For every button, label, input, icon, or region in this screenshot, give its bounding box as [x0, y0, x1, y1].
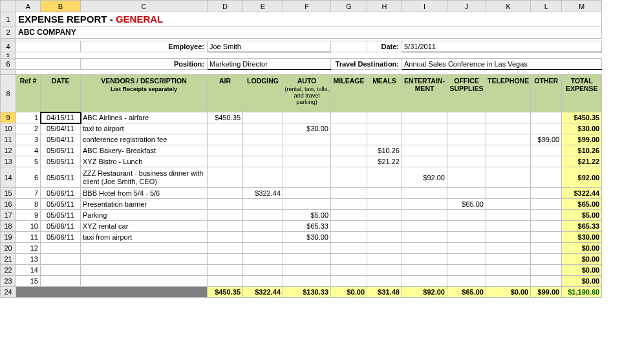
field-position[interactable]: Marketing Director [208, 59, 331, 70]
row-header-5[interactable]: 5 [1, 52, 16, 59]
col-header-M[interactable]: M [562, 1, 602, 12]
total-lodging[interactable]: $322.44 [243, 287, 283, 298]
col-header-B[interactable]: B [41, 1, 81, 12]
cell-total-row19[interactable]: $30.00 [562, 232, 602, 243]
cell-air-row22[interactable] [208, 265, 243, 276]
cell-auto-row19[interactable]: $30.00 [283, 232, 331, 243]
cell-vendor-row23[interactable] [81, 276, 208, 287]
cell-ref-row19[interactable]: 11 [16, 232, 41, 243]
cell-ref-row15[interactable]: 7 [16, 188, 41, 199]
cell-mileage-row9[interactable] [331, 112, 367, 123]
cell-ref-row12[interactable]: 4 [16, 145, 41, 156]
cell-entertain-row22[interactable] [402, 265, 447, 276]
total-other[interactable]: $99.00 [531, 287, 562, 298]
cell-other-row23[interactable] [531, 276, 562, 287]
cell-air-row18[interactable] [208, 221, 243, 232]
cell-air-row9[interactable]: $450.35 [208, 112, 243, 123]
cell-mileage-row19[interactable] [331, 232, 367, 243]
cell-date-row20[interactable] [41, 243, 81, 254]
cell-vendor-row21[interactable] [81, 254, 208, 265]
cell-total-row15[interactable]: $322.44 [562, 188, 602, 199]
cell-air-row11[interactable] [208, 134, 243, 145]
row-header-10[interactable]: 10 [1, 123, 16, 134]
row-header-8[interactable]: 8 [1, 75, 16, 112]
cell-lodging-row19[interactable] [243, 232, 283, 243]
cell-ref-row10[interactable]: 2 [16, 123, 41, 134]
row-header-14[interactable]: 14 [1, 167, 16, 188]
cell-entertain-row16[interactable] [402, 199, 447, 210]
cell-vendor-row15[interactable]: BBB Hotel from 5/4 - 5/6 [81, 188, 208, 199]
cell-telephone-row10[interactable] [486, 123, 531, 134]
cell-date-row22[interactable] [41, 265, 81, 276]
cell-other-row12[interactable] [531, 145, 562, 156]
company-cell[interactable]: ABC COMPANY [16, 26, 602, 39]
cell-total-row21[interactable]: $0.00 [562, 254, 602, 265]
cell-ref-row16[interactable]: 8 [16, 199, 41, 210]
cell-lodging-row14[interactable] [243, 167, 283, 188]
total-office[interactable]: $65.00 [447, 287, 486, 298]
cell-meals-row11[interactable] [367, 134, 402, 145]
cell-telephone-row21[interactable] [486, 254, 531, 265]
cell-lodging-row11[interactable] [243, 134, 283, 145]
th-date[interactable]: DATE [41, 75, 81, 112]
row-header-23[interactable]: 23 [1, 276, 16, 287]
cell-vendor-row9[interactable]: ABC Airlines - airfare [81, 112, 208, 123]
cell-auto-row23[interactable] [283, 276, 331, 287]
total-mileage[interactable]: $0.00 [331, 287, 367, 298]
cell-total-row20[interactable]: $0.00 [562, 243, 602, 254]
cell-entertain-row23[interactable] [402, 276, 447, 287]
row-header-11[interactable]: 11 [1, 134, 16, 145]
cell-lodging-row12[interactable] [243, 145, 283, 156]
cell-mileage-row15[interactable] [331, 188, 367, 199]
cell-air-row20[interactable] [208, 243, 243, 254]
row-header-2[interactable]: 2 [1, 26, 16, 39]
th-office[interactable]: OFFICE SUPPLIES [447, 75, 486, 112]
col-header-E[interactable]: E [243, 1, 283, 12]
cell-lodging-row16[interactable] [243, 199, 283, 210]
row-header-6[interactable]: 6 [1, 59, 16, 70]
total-air[interactable]: $450.35 [208, 287, 243, 298]
row-header-15[interactable]: 15 [1, 188, 16, 199]
cell-vendor-row12[interactable]: ABC Bakery- Breakfast [81, 145, 208, 156]
cell-meals-row9[interactable] [367, 112, 402, 123]
cell-mileage-row20[interactable] [331, 243, 367, 254]
cell-lodging-row9[interactable] [243, 112, 283, 123]
cell-meals-row12[interactable]: $10.26 [367, 145, 402, 156]
cell-meals-row15[interactable] [367, 188, 402, 199]
select-all-corner[interactable] [1, 1, 16, 12]
cell-lodging-row17[interactable] [243, 210, 283, 221]
cell-telephone-row15[interactable] [486, 188, 531, 199]
th-mileage[interactable]: MILEAGE [331, 75, 367, 112]
th-other[interactable]: OTHER [531, 75, 562, 112]
cell-entertain-row21[interactable] [402, 254, 447, 265]
cell-entertain-row10[interactable] [402, 123, 447, 134]
cell-office-row12[interactable] [447, 145, 486, 156]
cell-lodging-row21[interactable] [243, 254, 283, 265]
cell-mileage-row14[interactable] [331, 167, 367, 188]
cell-lodging-row13[interactable] [243, 156, 283, 167]
cell-vendor-row19[interactable]: taxi from airport [81, 232, 208, 243]
cell-telephone-row13[interactable] [486, 156, 531, 167]
cell-vendor-row11[interactable]: conference registration fee [81, 134, 208, 145]
col-header-J[interactable]: J [447, 1, 486, 12]
cell-telephone-row23[interactable] [486, 276, 531, 287]
cell-entertain-row20[interactable] [402, 243, 447, 254]
cell-total-row10[interactable]: $30.00 [562, 123, 602, 134]
cell-telephone-row11[interactable] [486, 134, 531, 145]
cell-other-row11[interactable]: $99.00 [531, 134, 562, 145]
th-air[interactable]: AIR [208, 75, 243, 112]
cell-telephone-row22[interactable] [486, 265, 531, 276]
grand-total[interactable]: $1,190.60 [562, 287, 602, 298]
cell-auto-row18[interactable]: $65.33 [283, 221, 331, 232]
cell-entertain-row15[interactable] [402, 188, 447, 199]
cell-date-row12[interactable]: 05/05/11 [41, 145, 81, 156]
cell-office-row22[interactable] [447, 265, 486, 276]
cell-auto-row12[interactable] [283, 145, 331, 156]
cell-office-row20[interactable] [447, 243, 486, 254]
row-header-4[interactable]: 4 [1, 41, 16, 52]
cell-date-row15[interactable]: 05/06/11 [41, 188, 81, 199]
cell-total-row12[interactable]: $10.26 [562, 145, 602, 156]
cell-lodging-row20[interactable] [243, 243, 283, 254]
spreadsheet-grid[interactable]: A B C D E F G H I J K L M 1 EXPENSE REPO… [0, 0, 602, 298]
th-entertain[interactable]: ENTERTAIN-MENT [402, 75, 447, 112]
